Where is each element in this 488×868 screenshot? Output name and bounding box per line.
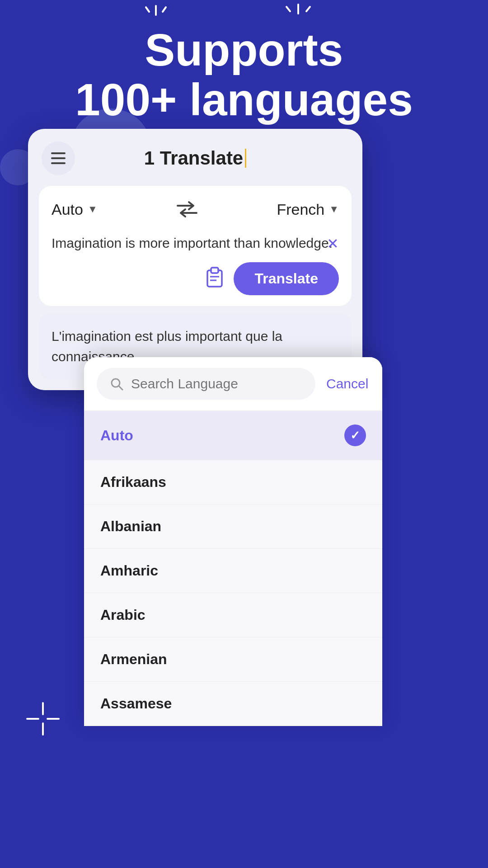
action-row: Translate (52, 262, 339, 295)
language-list: Auto ✓ Afrikaans Albanian Amharic Arabic… (84, 411, 382, 726)
cursor-blink (245, 149, 246, 168)
svg-line-5 (286, 7, 290, 11)
target-language-name: French (277, 201, 324, 218)
language-item-label-amharic: Amharic (100, 562, 158, 579)
svg-line-2 (146, 7, 149, 12)
language-item-afrikaans[interactable]: Afrikaans (84, 460, 382, 505)
language-item-amharic[interactable]: Amharic (84, 549, 382, 593)
language-item-label-armenian: Armenian (100, 651, 167, 668)
language-item-label-auto: Auto (100, 427, 133, 444)
app-card: 1 Translate Auto ▼ French ▼ (28, 129, 362, 390)
language-item-arabic[interactable]: Arabic (84, 593, 382, 637)
svg-line-15 (119, 386, 122, 390)
swap-icon (175, 200, 199, 218)
hamburger-icon (51, 152, 66, 164)
search-language-input[interactable] (131, 376, 303, 392)
translate-button[interactable]: Translate (234, 262, 339, 295)
clear-input-button[interactable]: ✕ (327, 233, 339, 255)
search-input-wrapper (97, 368, 315, 400)
language-item-label-arabic: Arabic (100, 607, 145, 623)
source-language-arrow: ▼ (88, 203, 98, 215)
menu-button[interactable] (42, 142, 75, 175)
header-line1: Supports (27, 25, 461, 75)
language-item-label-afrikaans: Afrikaans (100, 474, 166, 491)
input-text-content: Imagination is more important than knowl… (52, 236, 333, 250)
language-selector-row: Auto ▼ French ▼ (52, 198, 339, 220)
app-header-bar: 1 Translate (39, 142, 352, 175)
target-language-selector[interactable]: French ▼ (277, 201, 339, 218)
language-item-assamese[interactable]: Assamese (84, 682, 382, 726)
input-text-area: Imagination is more important than knowl… (52, 233, 339, 253)
search-bar: Cancel (84, 357, 382, 411)
selected-check-icon: ✓ (344, 425, 366, 446)
header-line2: 100+ languages (27, 75, 461, 124)
svg-line-1 (163, 7, 166, 12)
clipboard-button[interactable] (205, 266, 225, 292)
swap-languages-button[interactable] (174, 198, 200, 220)
language-item-label-assamese: Assamese (100, 695, 172, 712)
clipboard-icon-svg (205, 266, 225, 288)
language-item-armenian[interactable]: Armenian (84, 637, 382, 682)
svg-rect-11 (211, 268, 218, 273)
sparkle-bottom-left (25, 701, 61, 737)
translation-card: Auto ▼ French ▼ Imagination is more impo… (39, 186, 352, 306)
language-item-auto[interactable]: Auto ✓ (84, 411, 382, 460)
source-language-selector[interactable]: Auto ▼ (52, 201, 98, 218)
language-picker-panel: Cancel Auto ✓ Afrikaans Albanian Amharic… (84, 357, 382, 726)
header-text: Supports 100+ languages (0, 25, 488, 124)
target-language-arrow: ▼ (329, 203, 339, 215)
language-item-albanian[interactable]: Albanian (84, 505, 382, 549)
language-item-label-albanian: Albanian (100, 518, 161, 535)
source-language-name: Auto (52, 201, 83, 218)
cancel-button[interactable]: Cancel (323, 376, 372, 392)
search-icon (109, 377, 124, 391)
app-title: 1 Translate (144, 147, 243, 169)
svg-line-4 (306, 7, 310, 11)
